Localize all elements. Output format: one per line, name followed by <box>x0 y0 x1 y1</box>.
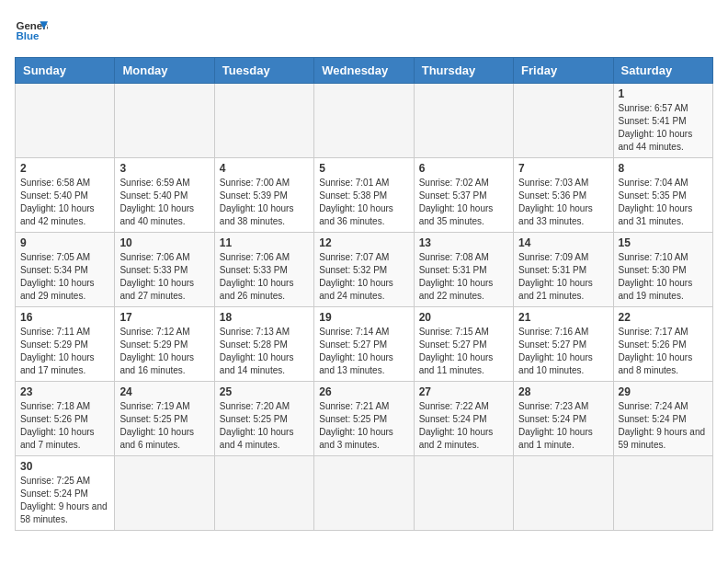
calendar-day-cell: 3Sunrise: 6:59 AM Sunset: 5:40 PM Daylig… <box>115 158 214 233</box>
day-number: 8 <box>619 162 708 175</box>
calendar-day-cell: 20Sunrise: 7:15 AM Sunset: 5:27 PM Dayli… <box>414 307 513 382</box>
day-info: Sunrise: 7:01 AM Sunset: 5:38 PM Dayligh… <box>319 177 408 228</box>
day-info: Sunrise: 7:23 AM Sunset: 5:24 PM Dayligh… <box>518 400 608 452</box>
calendar-day-cell: 16Sunrise: 7:11 AM Sunset: 5:29 PM Dayli… <box>16 307 115 382</box>
calendar-day-cell <box>414 456 513 531</box>
day-number: 29 <box>619 385 708 398</box>
calendar-day-cell: 1Sunrise: 6:57 AM Sunset: 5:41 PM Daylig… <box>613 84 712 158</box>
day-number: 20 <box>419 311 508 324</box>
day-info: Sunrise: 7:09 AM Sunset: 5:31 PM Dayligh… <box>518 251 608 303</box>
day-info: Sunrise: 7:13 AM Sunset: 5:28 PM Dayligh… <box>220 326 309 377</box>
day-number: 10 <box>119 236 209 249</box>
calendar-day-cell: 29Sunrise: 7:24 AM Sunset: 5:24 PM Dayli… <box>613 382 712 456</box>
calendar-day-cell: 8Sunrise: 7:04 AM Sunset: 5:35 PM Daylig… <box>613 158 712 233</box>
day-info: Sunrise: 7:19 AM Sunset: 5:25 PM Dayligh… <box>119 400 209 452</box>
calendar-day-cell: 28Sunrise: 7:23 AM Sunset: 5:24 PM Dayli… <box>514 382 613 456</box>
day-number: 27 <box>419 385 508 398</box>
day-number: 12 <box>319 236 408 249</box>
column-header-tuesday: Tuesday <box>214 58 313 84</box>
calendar-day-cell: 2Sunrise: 6:58 AM Sunset: 5:40 PM Daylig… <box>16 158 115 233</box>
day-info: Sunrise: 7:25 AM Sunset: 5:24 PM Dayligh… <box>20 475 109 526</box>
day-info: Sunrise: 7:15 AM Sunset: 5:27 PM Dayligh… <box>419 326 508 377</box>
day-info: Sunrise: 7:10 AM Sunset: 5:30 PM Dayligh… <box>619 251 708 303</box>
day-info: Sunrise: 7:11 AM Sunset: 5:29 PM Dayligh… <box>20 326 109 377</box>
calendar-day-cell: 18Sunrise: 7:13 AM Sunset: 5:28 PM Dayli… <box>214 307 313 382</box>
day-number: 5 <box>319 162 408 175</box>
day-info: Sunrise: 7:06 AM Sunset: 5:33 PM Dayligh… <box>119 251 209 303</box>
calendar-day-cell: 9Sunrise: 7:05 AM Sunset: 5:34 PM Daylig… <box>16 233 115 307</box>
column-header-wednesday: Wednesday <box>314 58 414 84</box>
day-number: 23 <box>20 385 109 398</box>
day-info: Sunrise: 7:08 AM Sunset: 5:31 PM Dayligh… <box>419 251 508 303</box>
calendar-day-cell <box>16 84 115 158</box>
day-number: 3 <box>119 162 209 175</box>
day-info: Sunrise: 7:02 AM Sunset: 5:37 PM Dayligh… <box>419 177 508 228</box>
day-info: Sunrise: 7:20 AM Sunset: 5:25 PM Dayligh… <box>220 400 309 452</box>
day-info: Sunrise: 7:17 AM Sunset: 5:26 PM Dayligh… <box>619 326 708 377</box>
day-number: 16 <box>20 311 109 324</box>
calendar-day-cell <box>314 456 414 531</box>
calendar-day-cell: 17Sunrise: 7:12 AM Sunset: 5:29 PM Dayli… <box>115 307 214 382</box>
day-number: 30 <box>20 460 109 473</box>
calendar-table: SundayMondayTuesdayWednesdayThursdayFrid… <box>15 57 713 531</box>
day-info: Sunrise: 7:04 AM Sunset: 5:35 PM Dayligh… <box>619 177 708 228</box>
calendar-day-cell <box>314 84 414 158</box>
calendar-day-cell: 4Sunrise: 7:00 AM Sunset: 5:39 PM Daylig… <box>214 158 313 233</box>
day-number: 11 <box>220 236 309 249</box>
day-info: Sunrise: 7:06 AM Sunset: 5:33 PM Dayligh… <box>220 251 309 303</box>
calendar-week-row: 9Sunrise: 7:05 AM Sunset: 5:34 PM Daylig… <box>16 233 713 307</box>
day-number: 14 <box>518 236 608 249</box>
day-number: 18 <box>220 311 309 324</box>
calendar-day-cell: 7Sunrise: 7:03 AM Sunset: 5:36 PM Daylig… <box>514 158 613 233</box>
calendar-day-cell <box>115 84 214 158</box>
calendar-day-cell <box>414 84 513 158</box>
column-header-friday: Friday <box>514 58 613 84</box>
column-header-saturday: Saturday <box>613 58 712 84</box>
calendar-day-cell: 22Sunrise: 7:17 AM Sunset: 5:26 PM Dayli… <box>613 307 712 382</box>
logo-icon: General Blue <box>15 15 48 48</box>
column-header-sunday: Sunday <box>16 58 115 84</box>
calendar-week-row: 1Sunrise: 6:57 AM Sunset: 5:41 PM Daylig… <box>16 84 713 158</box>
day-number: 19 <box>319 311 408 324</box>
day-info: Sunrise: 6:59 AM Sunset: 5:40 PM Dayligh… <box>119 177 209 228</box>
calendar-day-cell: 27Sunrise: 7:22 AM Sunset: 5:24 PM Dayli… <box>414 382 513 456</box>
day-number: 26 <box>319 385 408 398</box>
day-number: 21 <box>518 311 608 324</box>
day-info: Sunrise: 7:21 AM Sunset: 5:25 PM Dayligh… <box>319 400 408 452</box>
day-info: Sunrise: 7:16 AM Sunset: 5:27 PM Dayligh… <box>518 326 608 377</box>
calendar-day-cell <box>214 84 313 158</box>
calendar-day-cell: 15Sunrise: 7:10 AM Sunset: 5:30 PM Dayli… <box>613 233 712 307</box>
day-info: Sunrise: 6:58 AM Sunset: 5:40 PM Dayligh… <box>20 177 109 228</box>
day-number: 25 <box>220 385 309 398</box>
calendar-day-cell: 6Sunrise: 7:02 AM Sunset: 5:37 PM Daylig… <box>414 158 513 233</box>
column-header-monday: Monday <box>115 58 214 84</box>
calendar-day-cell: 19Sunrise: 7:14 AM Sunset: 5:27 PM Dayli… <box>314 307 414 382</box>
day-info: Sunrise: 7:22 AM Sunset: 5:24 PM Dayligh… <box>419 400 508 452</box>
calendar-day-cell: 13Sunrise: 7:08 AM Sunset: 5:31 PM Dayli… <box>414 233 513 307</box>
calendar-week-row: 2Sunrise: 6:58 AM Sunset: 5:40 PM Daylig… <box>16 158 713 233</box>
calendar-day-cell: 5Sunrise: 7:01 AM Sunset: 5:38 PM Daylig… <box>314 158 414 233</box>
day-number: 15 <box>619 236 708 249</box>
calendar-day-cell <box>514 456 613 531</box>
day-info: Sunrise: 6:57 AM Sunset: 5:41 PM Dayligh… <box>619 102 708 154</box>
day-number: 1 <box>619 87 708 100</box>
day-number: 13 <box>419 236 508 249</box>
day-info: Sunrise: 7:24 AM Sunset: 5:24 PM Dayligh… <box>619 400 708 452</box>
svg-text:Blue: Blue <box>16 30 40 41</box>
day-number: 24 <box>119 385 209 398</box>
day-info: Sunrise: 7:00 AM Sunset: 5:39 PM Dayligh… <box>220 177 309 228</box>
calendar-day-cell: 24Sunrise: 7:19 AM Sunset: 5:25 PM Dayli… <box>115 382 214 456</box>
calendar-week-row: 16Sunrise: 7:11 AM Sunset: 5:29 PM Dayli… <box>16 307 713 382</box>
calendar-day-cell: 10Sunrise: 7:06 AM Sunset: 5:33 PM Dayli… <box>115 233 214 307</box>
day-number: 17 <box>119 311 209 324</box>
column-header-thursday: Thursday <box>414 58 513 84</box>
day-number: 6 <box>419 162 508 175</box>
day-number: 2 <box>20 162 109 175</box>
calendar-day-cell: 26Sunrise: 7:21 AM Sunset: 5:25 PM Dayli… <box>314 382 414 456</box>
calendar-day-cell: 21Sunrise: 7:16 AM Sunset: 5:27 PM Dayli… <box>514 307 613 382</box>
calendar-day-cell <box>613 456 712 531</box>
header: General Blue <box>15 15 713 48</box>
calendar-day-cell: 25Sunrise: 7:20 AM Sunset: 5:25 PM Dayli… <box>214 382 313 456</box>
day-number: 28 <box>518 385 608 398</box>
calendar-day-cell <box>115 456 214 531</box>
